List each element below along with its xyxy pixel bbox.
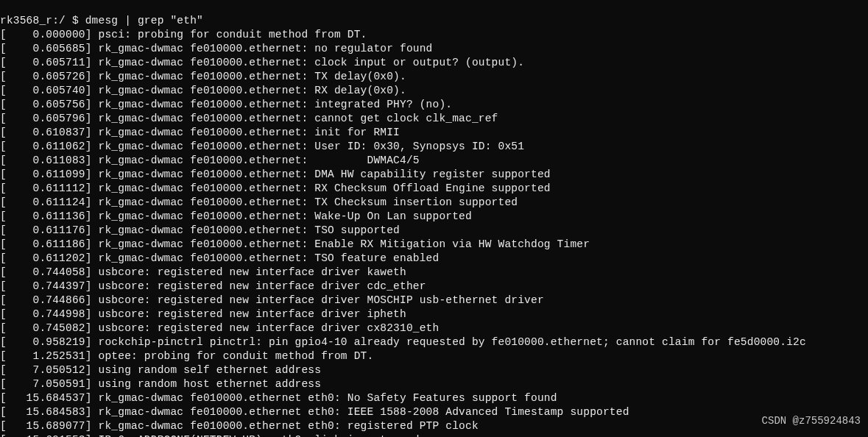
log-line: [ 0.611186] rk_gmac-dwmac fe010000.ether… <box>0 238 868 252</box>
log-line: [ 15.691553] IPv6: ADDRCONF(NETDEV_UP): … <box>0 433 868 437</box>
watermark: CSDN @z755924843 <box>762 414 861 428</box>
log-line: [ 0.605685] rk_gmac-dwmac fe010000.ether… <box>0 42 868 56</box>
log-line: [ 0.744998] usbcore: registered new inte… <box>0 308 868 321</box>
terminal-output[interactable]: rk3568_r:/ $ dmesg | grep "eth"[ 0.00000… <box>0 0 868 437</box>
log-line: [ 15.684583] rk_gmac-dwmac fe010000.ethe… <box>0 405 868 419</box>
log-line: [ 15.684537] rk_gmac-dwmac fe010000.ethe… <box>0 391 868 405</box>
log-line: [ 0.744866] usbcore: registered new inte… <box>0 294 868 308</box>
log-line: [ 0.611099] rk_gmac-dwmac fe010000.ether… <box>0 168 868 182</box>
log-line: [ 0.610837] rk_gmac-dwmac fe010000.ether… <box>0 126 868 140</box>
log-line: [ 0.958219] rockchip-pinctrl pinctrl: pi… <box>0 335 868 349</box>
log-line: [ 0.744058] usbcore: registered new inte… <box>0 266 868 280</box>
log-line: [ 15.689077] rk_gmac-dwmac fe010000.ethe… <box>0 419 868 433</box>
log-line: [ 0.611176] rk_gmac-dwmac fe010000.ether… <box>0 224 868 238</box>
log-line: [ 7.050591] using random host ethernet a… <box>0 377 868 391</box>
log-line: [ 0.605711] rk_gmac-dwmac fe010000.ether… <box>0 56 868 70</box>
log-line: [ 1.252531] optee: probing for conduit m… <box>0 349 868 363</box>
log-line: [ 0.744397] usbcore: registered new inte… <box>0 280 868 294</box>
prompt-line: rk3568_r:/ $ dmesg | grep "eth" <box>0 14 868 28</box>
log-line: [ 7.050512] using random self ethernet a… <box>0 363 868 377</box>
log-line: [ 0.605756] rk_gmac-dwmac fe010000.ether… <box>0 98 868 112</box>
log-line: [ 0.605796] rk_gmac-dwmac fe010000.ether… <box>0 112 868 126</box>
log-line: [ 0.745082] usbcore: registered new inte… <box>0 321 868 335</box>
log-line: [ 0.605740] rk_gmac-dwmac fe010000.ether… <box>0 84 868 98</box>
log-line: [ 0.611062] rk_gmac-dwmac fe010000.ether… <box>0 140 868 154</box>
log-line: [ 0.611124] rk_gmac-dwmac fe010000.ether… <box>0 196 868 210</box>
log-line: [ 0.611136] rk_gmac-dwmac fe010000.ether… <box>0 210 868 224</box>
log-line: [ 0.000000] psci: probing for conduit me… <box>0 28 868 42</box>
log-line: [ 0.611112] rk_gmac-dwmac fe010000.ether… <box>0 182 868 196</box>
log-line: [ 0.611202] rk_gmac-dwmac fe010000.ether… <box>0 252 868 266</box>
log-line: [ 0.611083] rk_gmac-dwmac fe010000.ether… <box>0 154 868 168</box>
log-line: [ 0.605726] rk_gmac-dwmac fe010000.ether… <box>0 70 868 84</box>
